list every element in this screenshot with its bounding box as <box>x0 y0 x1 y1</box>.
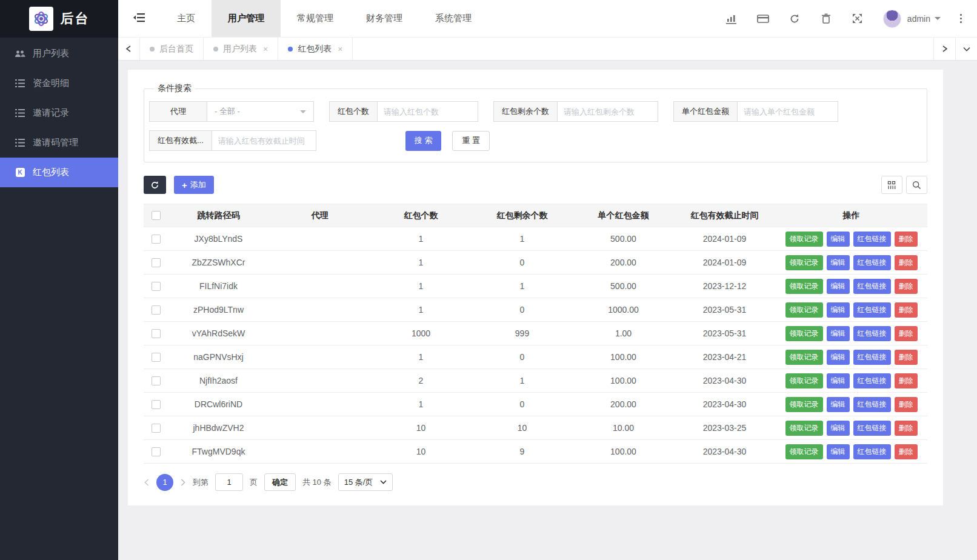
user-avatar[interactable] <box>883 10 901 28</box>
delete-button[interactable]: 删除 <box>895 397 918 412</box>
trash-button[interactable] <box>810 0 842 38</box>
bar-chart-button[interactable] <box>716 0 747 38</box>
refresh-table-button[interactable] <box>144 176 166 194</box>
claim-records-button[interactable]: 领取记录 <box>785 326 823 341</box>
nav-home[interactable]: 主页 <box>161 0 212 37</box>
row-checkbox[interactable] <box>152 353 161 362</box>
packet-remaining-input[interactable] <box>558 101 658 122</box>
row-checkbox[interactable] <box>152 329 161 338</box>
edit-button[interactable]: 编辑 <box>827 421 850 436</box>
bank-card-button[interactable] <box>747 0 779 38</box>
refresh-button-top[interactable] <box>779 0 810 38</box>
delete-button[interactable]: 删除 <box>895 232 918 247</box>
row-checkbox[interactable] <box>152 400 161 409</box>
packet-link-button[interactable]: 红包链接 <box>853 279 891 294</box>
claim-records-button[interactable]: 领取记录 <box>785 397 823 412</box>
delete-button[interactable]: 删除 <box>895 302 918 318</box>
tab-close-icon[interactable]: × <box>263 44 268 54</box>
page-1-button[interactable]: 1 <box>156 474 173 491</box>
search-button[interactable]: 搜 索 <box>405 131 442 151</box>
packet-link-button[interactable]: 红包链接 <box>853 302 891 318</box>
row-checkbox[interactable] <box>152 376 161 385</box>
delete-button[interactable]: 删除 <box>895 373 918 388</box>
row-checkbox[interactable] <box>152 258 161 267</box>
kebab-menu-button[interactable] <box>953 0 969 38</box>
claim-records-button[interactable]: 领取记录 <box>785 444 823 459</box>
sidebar-item-red-packet-list[interactable]: K 红包列表 <box>0 158 118 187</box>
tabs-menu-button[interactable] <box>955 38 977 60</box>
row-checkbox[interactable] <box>152 235 161 244</box>
sidebar-toggle-button[interactable] <box>118 0 161 37</box>
claim-records-button[interactable]: 领取记录 <box>785 421 823 436</box>
agent-select[interactable]: - 全部 - <box>207 101 314 122</box>
tabs-scroll-left-button[interactable] <box>118 38 140 60</box>
delete-button[interactable]: 删除 <box>895 444 918 459</box>
edit-button[interactable]: 编辑 <box>827 350 850 365</box>
search-toggle-button[interactable] <box>906 176 927 194</box>
reset-button[interactable]: 重 置 <box>452 131 490 151</box>
packet-link-button[interactable]: 红包链接 <box>853 232 891 247</box>
topbar: 主页 用户管理 常规管理 财务管理 系统管理 <box>118 0 977 38</box>
packet-link-button[interactable]: 红包链接 <box>853 421 891 436</box>
row-checkbox[interactable] <box>152 447 161 456</box>
edit-button[interactable]: 编辑 <box>827 232 850 247</box>
prev-page-button[interactable] <box>144 479 150 486</box>
delete-button[interactable]: 删除 <box>895 326 918 341</box>
delete-button[interactable]: 删除 <box>895 421 918 436</box>
nav-general-management[interactable]: 常规管理 <box>281 0 350 37</box>
claim-records-button[interactable]: 领取记录 <box>785 279 823 294</box>
app-logo[interactable]: 后台 <box>0 0 118 38</box>
delete-button[interactable]: 删除 <box>895 255 918 270</box>
edit-button[interactable]: 编辑 <box>827 302 850 318</box>
select-all-checkbox[interactable] <box>152 211 161 220</box>
columns-toggle-button[interactable] <box>881 176 902 194</box>
claim-records-button[interactable]: 领取记录 <box>785 373 823 388</box>
goto-page-input[interactable] <box>215 473 243 491</box>
packet-link-button[interactable]: 红包链接 <box>853 350 891 365</box>
delete-button[interactable]: 删除 <box>895 279 918 294</box>
add-button[interactable]: + 添加 <box>174 176 214 194</box>
packet-deadline-input[interactable] <box>212 130 316 151</box>
packet-link-button[interactable]: 红包链接 <box>853 397 891 412</box>
page-size-select[interactable]: 15 条/页 <box>338 473 393 491</box>
edit-button[interactable]: 编辑 <box>827 444 850 459</box>
sidebar-item-invite-code-mgmt[interactable]: 邀请码管理 <box>0 128 118 158</box>
row-actions-cell: 领取记录编辑红包链接删除 <box>775 416 927 440</box>
sidebar-item-funds-detail[interactable]: 资金明细 <box>0 68 118 98</box>
user-menu[interactable]: admin <box>907 14 941 24</box>
tab-close-icon[interactable]: × <box>338 44 342 54</box>
row-checkbox[interactable] <box>152 424 161 433</box>
cell-jump-path-code: JXy8bLYndS <box>168 227 269 251</box>
tab-user-list[interactable]: 用户列表 × <box>204 38 278 60</box>
packet-link-button[interactable]: 红包链接 <box>853 444 891 459</box>
tab-dashboard-home[interactable]: 后台首页 <box>140 38 204 60</box>
claim-records-button[interactable]: 领取记录 <box>785 302 823 318</box>
edit-button[interactable]: 编辑 <box>827 326 850 341</box>
nav-label: 财务管理 <box>366 13 402 24</box>
edit-button[interactable]: 编辑 <box>827 279 850 294</box>
edit-button[interactable]: 编辑 <box>827 397 850 412</box>
claim-records-button[interactable]: 领取记录 <box>785 350 823 365</box>
nav-system-management[interactable]: 系统管理 <box>419 0 488 37</box>
confirm-page-button[interactable]: 确定 <box>264 473 296 491</box>
tabs-scroll-right-button[interactable] <box>933 38 955 60</box>
packet-link-button[interactable]: 红包链接 <box>853 255 891 270</box>
claim-records-button[interactable]: 领取记录 <box>785 255 823 270</box>
sidebar-item-invite-records[interactable]: 邀请记录 <box>0 98 118 128</box>
tab-red-packet-list[interactable]: 红包列表 × <box>278 38 353 60</box>
packet-link-button[interactable]: 红包链接 <box>853 326 891 341</box>
packet-link-button[interactable]: 红包链接 <box>853 373 891 388</box>
row-checkbox[interactable] <box>152 305 161 315</box>
edit-button[interactable]: 编辑 <box>827 255 850 270</box>
nav-user-management[interactable]: 用户管理 <box>212 0 281 37</box>
claim-records-button[interactable]: 领取记录 <box>785 232 823 247</box>
sidebar-item-user-list[interactable]: 用户列表 <box>0 39 118 68</box>
packet-amount-input[interactable] <box>738 101 838 122</box>
fullscreen-button[interactable] <box>842 0 873 38</box>
edit-button[interactable]: 编辑 <box>827 373 850 388</box>
row-checkbox[interactable] <box>152 282 161 291</box>
next-page-button[interactable] <box>180 479 186 486</box>
delete-button[interactable]: 删除 <box>895 350 918 365</box>
packet-count-input[interactable] <box>378 101 478 122</box>
nav-finance-management[interactable]: 财务管理 <box>350 0 419 37</box>
